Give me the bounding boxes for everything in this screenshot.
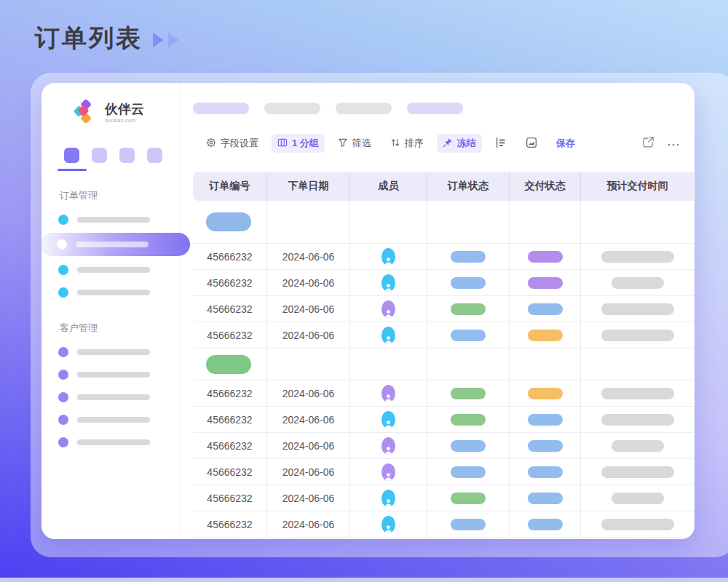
nav-label-placeholder: [77, 394, 150, 400]
sidebar-tab[interactable]: [64, 148, 79, 163]
member-avatar: [381, 248, 395, 266]
table-row[interactable]: 456662322024-06-06: [193, 433, 694, 459]
delivery-status-cell: [510, 407, 581, 432]
order-status-pill: [451, 251, 486, 263]
delivery-status-pill: [528, 519, 563, 530]
nav-dot-icon: [58, 215, 68, 225]
group-button[interactable]: 1 分组: [272, 134, 325, 153]
order-number-cell: 45666232: [193, 511, 267, 537]
group-empty-cell: [350, 201, 427, 243]
table-row[interactable]: 456662322024-06-06: [193, 459, 694, 485]
sidebar-nav-item[interactable]: [41, 408, 181, 431]
sort-button[interactable]: 排序: [384, 134, 430, 153]
delivery-status-pill: [528, 303, 563, 315]
order-date-cell: 2024-06-06: [267, 380, 350, 406]
field-settings-button[interactable]: 字段设置: [200, 134, 264, 153]
logo-icon: [72, 97, 100, 128]
table-row[interactable]: 456662322024-06-06: [193, 244, 694, 270]
eta-placeholder-pill: [601, 303, 674, 315]
header-chip-placeholder: [264, 103, 320, 114]
table-row[interactable]: 456662322024-06-06: [193, 380, 694, 407]
member-cell: [350, 459, 427, 485]
row-outline-button[interactable]: [489, 134, 513, 153]
group-value-pill[interactable]: [206, 212, 251, 231]
member-avatar: [381, 463, 395, 481]
sidebar-tab[interactable]: [119, 148, 135, 163]
filter-button[interactable]: 筛选: [332, 134, 377, 153]
sidebar-nav-item[interactable]: [41, 431, 181, 453]
member-cell: [350, 380, 427, 406]
sidebar-nav-item[interactable]: [41, 340, 181, 363]
group-value-cell: [193, 201, 267, 243]
sidebar-tab[interactable]: [92, 148, 107, 163]
member-avatar: [381, 274, 395, 292]
order-date-cell: 2024-06-06: [267, 407, 350, 432]
nav-label-placeholder: [77, 349, 150, 355]
eta-placeholder-pill: [612, 493, 664, 504]
page-header: 订单列表: [35, 22, 183, 55]
filter-label: 筛选: [352, 137, 371, 150]
column-header[interactable]: 订单编号: [193, 172, 267, 201]
order-number-cell: 45666232: [193, 407, 267, 432]
eta-placeholder-pill: [601, 330, 674, 341]
table-row[interactable]: 456662322024-06-06: [193, 322, 694, 348]
delivery-status-cell: [510, 511, 581, 537]
main-panel: 字段设置 1 分组: [181, 83, 695, 539]
order-number-cell: 45666232: [193, 485, 267, 511]
delivery-status-pill: [528, 277, 563, 289]
group-value-pill[interactable]: [206, 355, 251, 374]
freeze-button[interactable]: 冻结: [437, 134, 482, 153]
column-header[interactable]: 订单状态: [427, 172, 510, 201]
field-settings-label: 字段设置: [221, 137, 258, 150]
sort-arrows-icon: [390, 137, 400, 150]
more-button[interactable]: [667, 137, 680, 150]
sidebar-nav-item[interactable]: [41, 386, 181, 408]
table-row[interactable]: 456662322024-06-06: [193, 407, 694, 433]
eta-cell: [581, 270, 694, 295]
sidebar-nav-item[interactable]: [41, 363, 181, 386]
table-row[interactable]: 456662322024-06-06: [193, 485, 694, 511]
eta-placeholder-pill: [612, 277, 664, 289]
delivery-status-cell: [510, 459, 581, 485]
order-number-cell: 45666232: [193, 322, 267, 348]
column-header[interactable]: 预计交付时间: [581, 172, 694, 201]
eta-cell: [581, 244, 694, 269]
member-avatar: [381, 300, 395, 318]
column-header[interactable]: 成员: [350, 172, 427, 201]
delivery-status-pill: [528, 440, 563, 452]
column-header[interactable]: 交付状态: [510, 172, 581, 201]
chart-view-button[interactable]: [520, 134, 543, 153]
member-cell: [350, 433, 427, 458]
group-empty-cell: [267, 348, 350, 380]
sidebar-nav-item[interactable]: [41, 281, 181, 303]
sidebar-nav-item[interactable]: [41, 208, 181, 231]
member-avatar: [381, 516, 395, 533]
sidebar: 伙伴云 huoban.com 订单管理客户管理: [41, 83, 181, 539]
eta-placeholder-pill: [601, 388, 674, 399]
sidebar-nav-item[interactable]: [41, 233, 190, 256]
page-background: 订单列表: [0, 0, 728, 582]
order-number-cell: 45666232: [193, 270, 267, 295]
group-empty-cell: [581, 348, 694, 380]
nav-label-placeholder: [77, 267, 150, 273]
order-date-cell: 2024-06-06: [267, 244, 350, 269]
sidebar-nav-item[interactable]: [41, 258, 181, 281]
active-tab-underline: [58, 169, 87, 171]
table-row[interactable]: 456662322024-06-06: [193, 296, 694, 322]
glass-frame: 伙伴云 huoban.com 订单管理客户管理: [31, 73, 728, 557]
sidebar-tab[interactable]: [147, 148, 162, 163]
order-number-cell: 45666232: [193, 380, 267, 406]
order-status-pill: [451, 466, 486, 478]
column-header[interactable]: 下单日期: [267, 172, 350, 201]
table-row[interactable]: 456662322024-06-06: [193, 270, 694, 296]
delivery-status-cell: [510, 244, 581, 269]
table-row[interactable]: 456662322024-06-06: [193, 511, 694, 538]
header-chip-placeholder: [336, 103, 392, 114]
delivery-status-pill: [528, 493, 563, 504]
delivery-status-cell: [510, 322, 581, 348]
group-header-row: [193, 201, 694, 244]
save-button[interactable]: 保存: [550, 134, 581, 153]
logo-brand: 伙伴云: [105, 103, 144, 116]
group-grid-icon: [277, 137, 288, 150]
share-button[interactable]: [642, 136, 654, 151]
